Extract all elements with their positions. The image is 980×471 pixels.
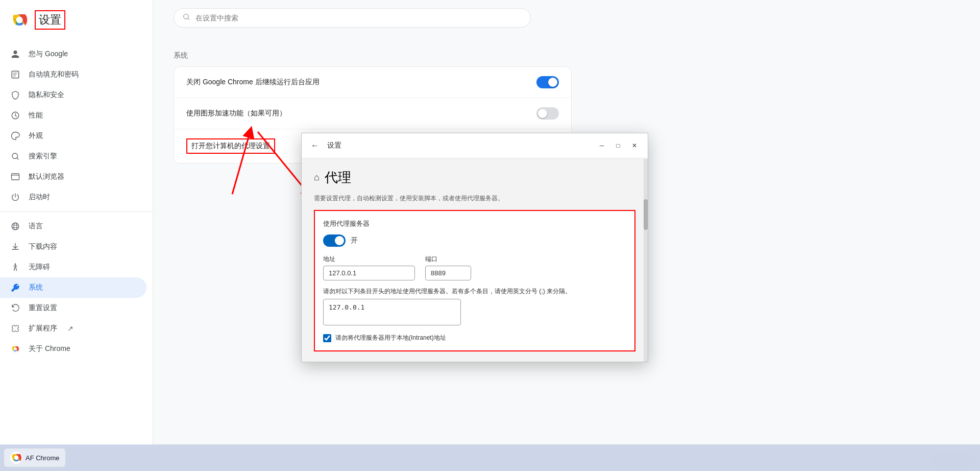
sidebar-item-autofill-label: 自动填充和密码 bbox=[29, 70, 79, 79]
svg-point-2 bbox=[16, 17, 23, 23]
shield-icon bbox=[10, 90, 20, 100]
proxy-toggle-thumb bbox=[335, 236, 344, 245]
taskbar-chrome-icon bbox=[10, 452, 22, 464]
palette-icon bbox=[10, 131, 20, 141]
sidebar-item-appearance[interactable]: 外观 bbox=[0, 126, 146, 146]
proxy-toggle[interactable] bbox=[323, 234, 346, 247]
proxy-exception-label: 请勿对以下列条目开头的地址使用代理服务器。若有多个条目，请使用英文分号 (;) … bbox=[323, 287, 626, 296]
search-bar-area bbox=[153, 0, 980, 36]
sidebar-item-google[interactable]: 您与 Google bbox=[0, 44, 146, 64]
svg-rect-6 bbox=[12, 174, 19, 180]
sidebar-item-reset-label: 重置设置 bbox=[29, 303, 57, 313]
dialog-page-header: ⌂ 代理 bbox=[314, 169, 635, 186]
performance-icon bbox=[10, 110, 20, 121]
dialog-titlebar-left: ← 设置 bbox=[308, 139, 341, 152]
sidebar-item-autofill[interactable]: 自动填充和密码 bbox=[0, 64, 146, 85]
dialog-close-button[interactable]: ✕ bbox=[627, 138, 642, 153]
dialog-scrollbar-thumb bbox=[644, 199, 648, 230]
hardware-accel-toggle[interactable] bbox=[536, 107, 559, 120]
toggle-track-off[interactable] bbox=[536, 107, 559, 120]
about-chrome-icon bbox=[10, 344, 20, 354]
sidebar-item-language[interactable]: 语言 bbox=[0, 216, 146, 237]
sidebar-item-extensions-label: 扩展程序 bbox=[29, 324, 57, 333]
sidebar-item-accessibility[interactable]: 无障碍 bbox=[0, 257, 146, 277]
taskbar-app-chrome[interactable]: AF Chrome bbox=[4, 449, 65, 467]
svg-point-7 bbox=[12, 223, 19, 230]
proxy-local-label: 请勿将代理服务器用于本地(Intranet)地址 bbox=[335, 334, 446, 342]
svg-point-12 bbox=[14, 347, 17, 350]
extensions-icon bbox=[10, 323, 20, 334]
dialog-minimize-button[interactable]: ─ bbox=[595, 138, 609, 153]
toggle-track-on[interactable] bbox=[536, 76, 559, 88]
dialog-controls: ─ □ ✕ bbox=[595, 138, 642, 153]
proxy-local-checkbox[interactable] bbox=[323, 334, 331, 342]
chrome-logo-icon bbox=[10, 11, 29, 29]
sidebar-item-language-label: 语言 bbox=[29, 222, 43, 231]
toggle-thumb-2 bbox=[538, 109, 547, 118]
search-icon bbox=[10, 151, 20, 161]
proxy-fields-row: 地址 端口 bbox=[323, 255, 626, 280]
windows-proxy-dialog: ← 设置 ─ □ ✕ ⌂ 代理 需要设置代理，自动检测设置，使用安装脚本，或者使… bbox=[301, 133, 648, 362]
sidebar-item-performance-label: 性能 bbox=[29, 111, 43, 120]
dialog-title: 设置 bbox=[327, 141, 341, 150]
proxy-settings-box: 使用代理服务器 开 地址 端口 请勿对以下列条目开头的 bbox=[314, 210, 635, 351]
sidebar-item-downloads[interactable]: 下载内容 bbox=[0, 237, 146, 257]
dialog-titlebar: ← 设置 ─ □ ✕ bbox=[302, 133, 648, 158]
sidebar-item-privacy[interactable]: 隐私和安全 bbox=[0, 85, 146, 105]
sidebar-nav: 您与 Google 自动填充和密码 隐私和安全 性能 外观 bbox=[0, 40, 153, 471]
proxy-port-input[interactable] bbox=[425, 266, 471, 280]
search-input[interactable] bbox=[195, 14, 522, 22]
dialog-maximize-button[interactable]: □ bbox=[611, 138, 625, 153]
continue-running-text: 关闭 Google Chrome 后继续运行后台应用 bbox=[186, 78, 320, 87]
svg-point-18 bbox=[14, 456, 19, 460]
toggle-thumb bbox=[548, 78, 557, 87]
sidebar-item-about-label: 关于 Chrome bbox=[29, 344, 70, 354]
sidebar-item-system[interactable]: 系统 bbox=[0, 277, 146, 298]
sidebar-item-search[interactable]: 搜索引擎 bbox=[0, 146, 146, 167]
sidebar-item-browser[interactable]: 默认浏览器 bbox=[0, 167, 146, 187]
sidebar-item-system-label: 系统 bbox=[29, 283, 43, 292]
sidebar-item-privacy-label: 隐私和安全 bbox=[29, 90, 64, 100]
power-icon bbox=[10, 192, 20, 202]
sidebar-item-appearance-label: 外观 bbox=[29, 131, 43, 140]
sidebar-item-startup[interactable]: 启动时 bbox=[0, 187, 146, 207]
sidebar: 设置 您与 Google 自动填充和密码 隐私和安全 性能 bbox=[0, 0, 153, 471]
divider-1 bbox=[0, 211, 153, 212]
svg-point-5 bbox=[12, 153, 18, 159]
wrench-icon bbox=[10, 282, 20, 293]
settings-row-continue: 关闭 Google Chrome 后继续运行后台应用 bbox=[174, 67, 571, 98]
dialog-description: 需要设置代理，自动检测设置，使用安装脚本，或者使用代理服务器。 bbox=[314, 194, 635, 203]
settings-row-hardware: 使用图形加速功能（如果可用） bbox=[174, 98, 571, 129]
reset-icon bbox=[10, 303, 20, 313]
sidebar-item-downloads-label: 下载内容 bbox=[29, 242, 57, 251]
sidebar-item-performance[interactable]: 性能 bbox=[0, 105, 146, 126]
proxy-box-title: 使用代理服务器 bbox=[323, 219, 626, 228]
sidebar-item-browser-label: 默认浏览器 bbox=[29, 172, 64, 181]
dialog-scrollbar[interactable] bbox=[644, 159, 648, 362]
search-bar bbox=[174, 8, 531, 28]
sidebar-item-extensions[interactable]: 扩展程序 ↗ bbox=[0, 318, 146, 339]
sidebar-item-reset[interactable]: 重置设置 bbox=[0, 298, 146, 318]
continue-running-toggle[interactable] bbox=[536, 76, 559, 88]
taskbar: AF Chrome bbox=[0, 444, 980, 471]
home-icon: ⌂ bbox=[314, 172, 320, 183]
sidebar-header: 设置 bbox=[0, 0, 153, 40]
external-link-icon: ↗ bbox=[67, 324, 74, 333]
proxy-address-input[interactable] bbox=[323, 266, 415, 280]
dialog-body: ⌂ 代理 需要设置代理，自动检测设置，使用安装脚本，或者使用代理服务器。 使用代… bbox=[302, 158, 648, 362]
download-icon bbox=[10, 242, 20, 252]
sidebar-item-startup-label: 启动时 bbox=[29, 193, 50, 202]
sidebar-item-about[interactable]: 关于 Chrome bbox=[0, 339, 146, 359]
proxy-settings-link[interactable]: 打开您计算机的代理设置 bbox=[186, 138, 275, 154]
hardware-accel-text: 使用图形加速功能（如果可用） bbox=[186, 109, 286, 118]
svg-point-8 bbox=[14, 223, 17, 230]
sidebar-item-google-label: 您与 Google bbox=[29, 50, 68, 59]
sidebar-item-accessibility-label: 无障碍 bbox=[29, 263, 50, 272]
sidebar-item-search-label: 搜索引擎 bbox=[29, 152, 57, 161]
person-icon bbox=[10, 49, 20, 59]
dialog-back-button[interactable]: ← bbox=[308, 139, 322, 152]
browser-icon bbox=[10, 172, 20, 182]
proxy-exception-textarea[interactable]: 127.0.0.1 bbox=[323, 299, 461, 325]
section-title: 系统 bbox=[174, 51, 960, 60]
globe-icon bbox=[10, 221, 20, 231]
